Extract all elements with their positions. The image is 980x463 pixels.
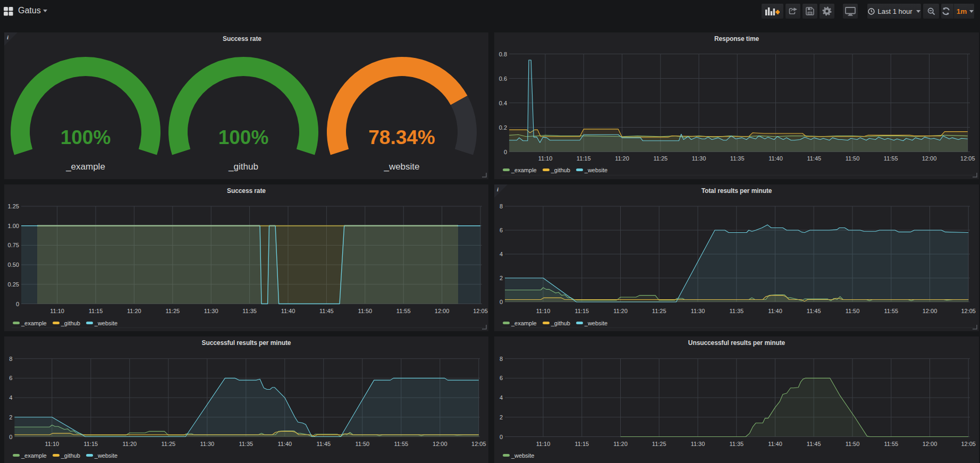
svg-text:11:25: 11:25 xyxy=(161,441,175,447)
svg-text:11:10: 11:10 xyxy=(45,441,59,447)
svg-text:11:25: 11:25 xyxy=(652,441,666,447)
svg-text:0.75: 0.75 xyxy=(8,242,19,248)
svg-text:_website: _website xyxy=(383,162,419,172)
svg-text:11:45: 11:45 xyxy=(807,441,821,447)
svg-text:12:00: 12:00 xyxy=(923,308,937,314)
svg-text:12:05: 12:05 xyxy=(471,441,486,447)
svg-text:12:05: 12:05 xyxy=(960,155,975,162)
svg-text:12:05: 12:05 xyxy=(961,441,976,447)
svg-text:0: 0 xyxy=(500,299,503,305)
svg-text:11:55: 11:55 xyxy=(394,441,408,447)
svg-text:4: 4 xyxy=(9,394,12,401)
svg-text:11:50: 11:50 xyxy=(846,308,860,314)
svg-text:11:40: 11:40 xyxy=(768,308,782,314)
svg-text:_github: _github xyxy=(228,162,258,172)
svg-text:11:30: 11:30 xyxy=(200,441,214,447)
svg-text:78.34%: 78.34% xyxy=(368,127,435,148)
svg-text:0.2: 0.2 xyxy=(499,124,507,131)
svg-text:0: 0 xyxy=(9,434,12,440)
svg-text:11:50: 11:50 xyxy=(358,308,372,314)
svg-text:8: 8 xyxy=(9,356,12,362)
svg-text:11:55: 11:55 xyxy=(396,308,411,314)
svg-text:100%: 100% xyxy=(218,127,269,148)
svg-text:11:40: 11:40 xyxy=(277,441,292,447)
svg-text:8: 8 xyxy=(500,203,503,209)
svg-text:11:40: 11:40 xyxy=(281,308,295,314)
svg-text:4: 4 xyxy=(500,394,503,401)
svg-text:11:55: 11:55 xyxy=(884,308,898,314)
svg-text:11:25: 11:25 xyxy=(165,308,180,314)
svg-text:11:20: 11:20 xyxy=(122,441,137,447)
svg-text:11:35: 11:35 xyxy=(239,441,253,447)
svg-text:11:15: 11:15 xyxy=(577,155,591,162)
svg-text:11:20: 11:20 xyxy=(615,155,629,162)
svg-text:11:30: 11:30 xyxy=(691,441,705,447)
svg-text:11:40: 11:40 xyxy=(768,155,783,162)
svg-text:4: 4 xyxy=(500,251,503,257)
svg-text:6: 6 xyxy=(500,227,503,233)
svg-text:12:05: 12:05 xyxy=(473,308,488,314)
svg-text:11:45: 11:45 xyxy=(316,441,331,447)
svg-text:11:35: 11:35 xyxy=(242,308,257,314)
svg-text:11:15: 11:15 xyxy=(83,441,98,447)
svg-text:8: 8 xyxy=(500,356,503,362)
svg-text:1.00: 1.00 xyxy=(8,223,19,229)
svg-text:11:50: 11:50 xyxy=(846,155,860,162)
svg-text:0: 0 xyxy=(500,434,503,440)
svg-text:11:25: 11:25 xyxy=(652,308,666,314)
svg-text:0.6: 0.6 xyxy=(499,75,507,82)
svg-text:11:45: 11:45 xyxy=(807,308,821,314)
svg-text:12:00: 12:00 xyxy=(922,155,937,162)
svg-text:11:50: 11:50 xyxy=(846,441,860,447)
svg-text:11:10: 11:10 xyxy=(538,155,553,162)
svg-text:1.25: 1.25 xyxy=(8,203,19,209)
svg-text:11:20: 11:20 xyxy=(613,441,628,447)
svg-text:0: 0 xyxy=(504,149,507,155)
svg-text:11:10: 11:10 xyxy=(50,308,64,314)
svg-text:11:55: 11:55 xyxy=(884,441,898,447)
svg-text:2: 2 xyxy=(500,414,503,420)
svg-text:6: 6 xyxy=(500,375,503,381)
svg-text:11:20: 11:20 xyxy=(613,308,628,314)
svg-text:11:30: 11:30 xyxy=(691,308,705,314)
svg-text:11:35: 11:35 xyxy=(729,441,744,447)
svg-text:11:15: 11:15 xyxy=(575,441,589,447)
svg-text:_example: _example xyxy=(65,162,105,172)
svg-text:11:10: 11:10 xyxy=(536,308,551,314)
svg-text:11:35: 11:35 xyxy=(730,155,745,162)
svg-text:100%: 100% xyxy=(61,127,111,148)
svg-text:0.4: 0.4 xyxy=(499,100,507,106)
svg-text:12:00: 12:00 xyxy=(433,441,447,447)
svg-text:2: 2 xyxy=(500,275,503,281)
svg-text:11:10: 11:10 xyxy=(536,441,551,447)
svg-text:11:25: 11:25 xyxy=(653,155,668,162)
svg-text:12:00: 12:00 xyxy=(923,441,937,447)
svg-text:11:45: 11:45 xyxy=(807,155,821,162)
svg-text:6: 6 xyxy=(9,375,12,381)
svg-text:12:00: 12:00 xyxy=(435,308,450,314)
svg-text:0: 0 xyxy=(16,301,19,307)
svg-text:11:20: 11:20 xyxy=(127,308,141,314)
svg-text:0.25: 0.25 xyxy=(8,281,19,288)
svg-text:11:15: 11:15 xyxy=(575,308,589,314)
svg-text:11:30: 11:30 xyxy=(204,308,218,314)
svg-text:11:15: 11:15 xyxy=(89,308,103,314)
svg-text:0.8: 0.8 xyxy=(499,51,507,57)
svg-text:2: 2 xyxy=(9,414,12,420)
svg-text:11:35: 11:35 xyxy=(729,308,744,314)
svg-text:11:45: 11:45 xyxy=(319,308,334,314)
svg-text:11:50: 11:50 xyxy=(355,441,369,447)
svg-text:12:05: 12:05 xyxy=(961,308,976,314)
svg-text:11:30: 11:30 xyxy=(692,155,706,162)
svg-text:0.50: 0.50 xyxy=(8,262,19,268)
svg-text:11:40: 11:40 xyxy=(768,441,782,447)
svg-text:11:55: 11:55 xyxy=(884,155,898,162)
